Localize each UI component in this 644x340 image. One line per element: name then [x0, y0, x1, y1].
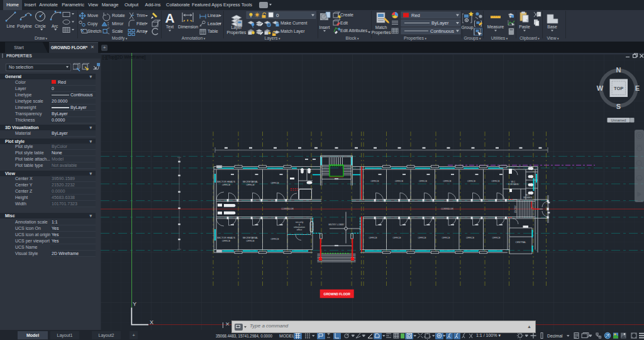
svg-text:FOR MEN: FOR MEN — [508, 183, 519, 186]
svg-text:OFFICE: OFFICE — [222, 240, 231, 242]
svg-text:A: A — [165, 11, 174, 25]
svg-text:OFFICE: OFFICE — [270, 238, 279, 241]
svg-text:ENTRY: ENTRY — [514, 205, 517, 213]
svg-text:OFFICE: OFFICE — [418, 237, 426, 239]
svg-text:Decimal: Decimal — [547, 334, 563, 338]
svg-text:X: X — [150, 319, 153, 326]
svg-text:CORRIDOR: CORRIDOR — [441, 208, 453, 210]
svg-text:OFFICE: OFFICE — [466, 237, 475, 239]
svg-text:SECTOR HEAD'S: SECTOR HEAD'S — [217, 237, 236, 239]
svg-text:WOMEN: WOMEN — [523, 196, 533, 199]
svg-text:TOP: TOP — [614, 86, 623, 91]
svg-text:SECRETARIAL: SECRETARIAL — [243, 181, 258, 183]
svg-text:OFFICE: OFFICE — [370, 180, 379, 183]
svg-text:OFFICE: OFFICE — [369, 237, 377, 239]
svg-text:OFFICE: OFFICE — [419, 180, 428, 183]
svg-text:S: S — [616, 103, 621, 110]
svg-text:SECRETARIAL: SECRETARIAL — [243, 237, 258, 239]
svg-text:GROWND FLOOR: GROWND FLOOR — [324, 292, 351, 296]
svg-text:Unnamed: Unnamed — [611, 118, 626, 122]
svg-text:OFFICE: OFFICE — [395, 180, 404, 183]
svg-text:OFFICE: OFFICE — [246, 240, 255, 242]
svg-text:office: office — [297, 229, 303, 231]
svg-text:Red: Red — [411, 13, 420, 18]
svg-text:0: 0 — [276, 13, 279, 18]
svg-text:Continuous: Continuous — [430, 28, 454, 34]
svg-text:E: E — [635, 84, 640, 92]
svg-text:Y: Y — [133, 301, 136, 307]
svg-text:OFFICE: OFFICE — [467, 180, 476, 183]
svg-text:CORRIDOR: CORRIDOR — [281, 208, 294, 210]
svg-text:OFFICE: OFFICE — [222, 184, 231, 186]
svg-text:OFFICE: OFFICE — [443, 180, 452, 183]
svg-text:OFFICE: OFFICE — [441, 237, 450, 239]
svg-text:OFFICE: OFFICE — [246, 184, 255, 186]
svg-text:SECTOR HEAD'S: SECTOR HEAD'S — [217, 181, 236, 183]
svg-text:N: N — [616, 66, 621, 74]
svg-text:CENTRAL: CENTRAL — [516, 241, 526, 244]
svg-text:ENTRY LOBBY: ENTRY LOBBY — [328, 224, 345, 226]
svg-text:OFFICE: OFFICE — [491, 180, 500, 183]
svg-text:[-][Top][2D Wireframe]: [-][Top][2D Wireframe] — [103, 55, 146, 60]
svg-text:OFFICE: OFFICE — [270, 182, 279, 184]
svg-text:ByLayer: ByLayer — [431, 20, 449, 26]
svg-text:W: W — [597, 84, 604, 92]
svg-text:OFFICE: OFFICE — [392, 237, 401, 239]
svg-text:OFFICE: OFFICE — [492, 237, 501, 239]
